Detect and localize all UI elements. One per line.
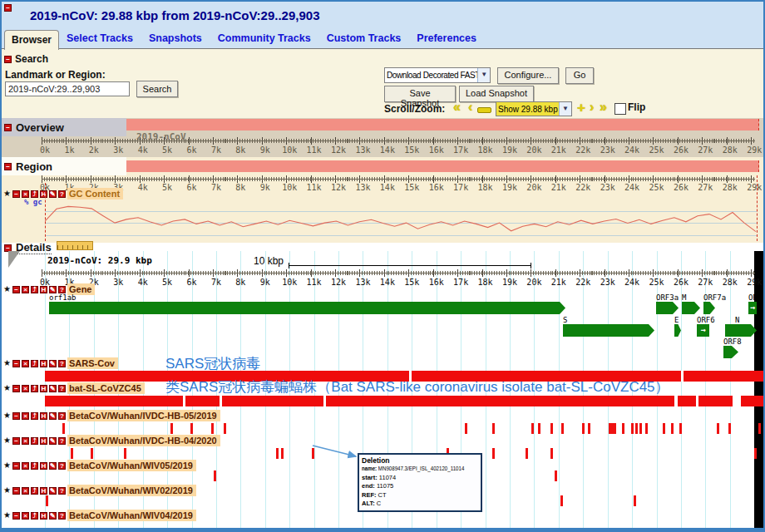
zoom-out-icon[interactable] — [477, 107, 491, 113]
variant-tick[interactable] — [550, 423, 553, 434]
variant-tick[interactable] — [492, 423, 495, 434]
share-icon[interactable]: ⤴ — [31, 512, 38, 520]
gene-glyph-orf6[interactable]: → — [697, 324, 709, 337]
config-icon[interactable]: Η — [40, 462, 47, 470]
favorite-star-icon[interactable]: ★ — [3, 190, 11, 198]
track-label[interactable]: BetaCoV/Wuhan/IVDC-HB-05/2019 — [67, 410, 220, 421]
help-icon[interactable]: ? — [58, 462, 66, 470]
scroll-far-left-icon[interactable]: « — [453, 100, 461, 115]
edit-icon[interactable]: ✎ — [49, 462, 57, 470]
tab-community-tracks[interactable]: Community Tracks — [218, 32, 311, 44]
landmark-input[interactable] — [5, 81, 130, 96]
variant-tick[interactable] — [560, 495, 563, 506]
variant-tick[interactable] — [91, 448, 93, 459]
variant-tick[interactable] — [62, 423, 65, 434]
gene-glyph-n[interactable] — [725, 324, 757, 337]
variant-tick[interactable] — [663, 423, 665, 434]
minus-icon[interactable]: − — [12, 512, 20, 520]
close-icon[interactable]: × — [22, 462, 29, 470]
favorite-star-icon[interactable]: ★ — [3, 461, 11, 470]
close-icon[interactable]: × — [22, 190, 29, 198]
track-label[interactable]: BetaCoV/Wuhan/WIV02/2019 — [67, 485, 196, 496]
help-icon[interactable]: ? — [58, 190, 66, 198]
favorite-star-icon[interactable]: ★ — [3, 436, 11, 445]
minus-icon[interactable]: − — [12, 385, 20, 392]
help-icon[interactable]: ? — [58, 360, 66, 367]
share-icon[interactable]: ⤴ — [31, 360, 38, 367]
variant-tick[interactable] — [276, 448, 279, 459]
tab-preferences[interactable]: Preferences — [417, 32, 476, 44]
gene-glyph-s[interactable] — [563, 324, 654, 337]
favorite-star-icon[interactable]: ★ — [3, 384, 11, 392]
minus-icon[interactable]: − — [12, 286, 20, 293]
variant-tick[interactable] — [46, 495, 48, 506]
close-icon[interactable]: × — [22, 412, 29, 420]
variant-tick[interactable] — [645, 423, 648, 434]
minus-icon[interactable]: − — [12, 190, 20, 198]
track-label[interactable]: GC Content — [67, 188, 123, 200]
gene-glyph-orf1ab[interactable] — [49, 302, 565, 314]
help-icon[interactable]: ? — [58, 512, 66, 520]
edit-icon[interactable]: ✎ — [49, 437, 57, 445]
variant-tick[interactable] — [281, 448, 284, 459]
flip-checkbox[interactable] — [614, 103, 626, 115]
variant-tick[interactable] — [526, 448, 528, 459]
share-icon[interactable]: ⤴ — [31, 385, 38, 392]
variant-tick[interactable] — [634, 495, 636, 506]
variant-tick[interactable] — [631, 423, 634, 434]
minus-icon[interactable]: − — [12, 487, 20, 495]
tab-select-tracks[interactable]: Select Tracks — [67, 32, 133, 44]
variant-tick[interactable] — [754, 448, 757, 459]
chevron-down-icon[interactable]: ▼ — [477, 68, 490, 82]
edit-icon[interactable]: ✎ — [49, 512, 57, 520]
help-icon[interactable]: ? — [58, 487, 66, 495]
favorite-star-icon[interactable]: ★ — [3, 511, 11, 520]
favorite-star-icon[interactable]: ★ — [3, 411, 11, 420]
fasta-file-select[interactable]: Download Decorated FASTA File ▼ — [384, 67, 491, 83]
variant-tick[interactable] — [717, 423, 719, 434]
variant-tick[interactable] — [671, 423, 674, 434]
config-icon[interactable]: Η — [40, 190, 47, 198]
close-icon[interactable]: × — [22, 385, 29, 392]
scroll-right-icon[interactable]: › — [590, 100, 594, 115]
tab-snapshots[interactable]: Snapshots — [149, 32, 202, 44]
variant-tick[interactable] — [531, 423, 534, 434]
close-icon[interactable]: × — [22, 487, 29, 495]
close-icon[interactable]: × — [22, 512, 29, 520]
variant-tick[interactable] — [190, 423, 193, 434]
save-snapshot-button[interactable]: Save Snapshot — [384, 86, 456, 102]
track-label[interactable]: BetaCoV/Wuhan/IVDC-HB-04/2020 — [67, 435, 220, 446]
collapse-page-icon[interactable]: − — [4, 4, 12, 12]
variant-tick[interactable] — [582, 423, 585, 434]
ruler-track-chip[interactable] — [57, 241, 93, 250]
minus-icon[interactable]: − — [12, 412, 20, 420]
share-icon[interactable]: ⤴ — [31, 487, 38, 495]
go-button[interactable]: Go — [565, 67, 594, 84]
help-icon[interactable]: ? — [58, 286, 66, 293]
variant-tick[interactable] — [555, 470, 557, 481]
help-icon[interactable]: ? — [58, 385, 66, 392]
variant-tick[interactable] — [550, 448, 553, 459]
variant-tick[interactable] — [635, 423, 638, 434]
edit-icon[interactable]: ✎ — [49, 190, 57, 198]
variant-tick[interactable] — [492, 448, 495, 459]
edit-icon[interactable]: ✎ — [49, 412, 57, 420]
help-icon[interactable]: ? — [58, 437, 66, 445]
variant-tick[interactable] — [211, 423, 214, 434]
share-icon[interactable]: ⤴ — [31, 462, 38, 470]
close-icon[interactable]: × — [22, 286, 29, 293]
variant-tick[interactable] — [622, 423, 624, 434]
minus-icon[interactable]: − — [12, 437, 20, 445]
config-icon[interactable]: Η — [40, 437, 47, 445]
variant-tick[interactable] — [124, 448, 126, 459]
share-icon[interactable]: ⤴ — [31, 412, 38, 420]
variant-tick[interactable] — [465, 423, 467, 434]
variant-tick[interactable] — [679, 423, 682, 434]
share-icon[interactable]: ⤴ — [31, 190, 38, 198]
variant-tick[interactable] — [224, 423, 226, 434]
variant-tick[interactable] — [588, 423, 590, 434]
share-icon[interactable]: ⤴ — [31, 437, 38, 445]
edit-icon[interactable]: ✎ — [49, 385, 57, 392]
edit-icon[interactable]: ✎ — [49, 360, 57, 367]
variant-tick[interactable] — [170, 423, 173, 434]
